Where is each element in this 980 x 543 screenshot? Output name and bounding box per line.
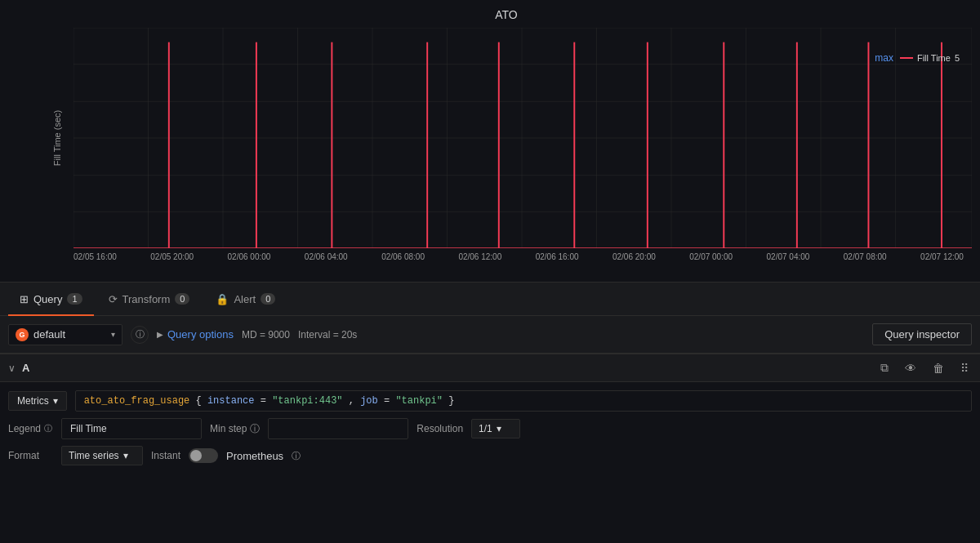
datasource-selector[interactable]: G default ▾ bbox=[8, 324, 122, 345]
x-axis-labels: 02/05 16:00 02/05 20:00 02/06 00:00 02/0… bbox=[41, 252, 972, 261]
metric-val2: "tankpi" bbox=[395, 395, 443, 407]
tab-alert[interactable]: 🔒 Alert 0 bbox=[204, 288, 287, 310]
x-label-6: 02/06 16:00 bbox=[536, 252, 579, 261]
query-a-drag-handle[interactable]: ⠿ bbox=[957, 360, 972, 376]
query-tab-label: Query bbox=[33, 293, 62, 305]
datasource-icon: G bbox=[16, 328, 29, 341]
transform-tab-icon: ⟳ bbox=[109, 293, 118, 305]
min-step-label: Min step ⓘ bbox=[210, 422, 260, 436]
query-a-panel: ∨ A ⧉ 👁 🗑 ⠿ Metrics ▾ ato_ato_frag_usage… bbox=[0, 354, 980, 480]
transform-tab-badge: 0 bbox=[175, 293, 189, 305]
resolution-value: 1/1 bbox=[479, 423, 492, 434]
time-series-chart: 0 1 2 3 4 5 6 bbox=[74, 28, 972, 248]
query-a-collapse-button[interactable]: ∨ bbox=[8, 363, 16, 374]
metric-key1: instance bbox=[207, 395, 255, 407]
metrics-dropdown-arrow: ▾ bbox=[53, 395, 58, 407]
instant-toggle[interactable] bbox=[189, 448, 218, 463]
metric-key2: job bbox=[360, 395, 378, 407]
instant-label: Instant bbox=[151, 450, 180, 461]
query-a-toggle-button[interactable]: 👁 bbox=[902, 360, 920, 376]
exemplars-datasource-label: Prometheus bbox=[226, 450, 283, 462]
transform-tab-label: Transform bbox=[122, 293, 171, 305]
exemplars-info-icon: ⓘ bbox=[292, 450, 301, 462]
query-options-bar: G default ▾ ⓘ ▶ Query options MD = 9000 … bbox=[0, 316, 980, 354]
min-step-input[interactable] bbox=[268, 418, 408, 439]
datasource-info-button[interactable]: ⓘ bbox=[131, 326, 149, 344]
metric-open-brace: { bbox=[196, 395, 202, 407]
format-selector[interactable]: Time series ▾ bbox=[61, 446, 143, 465]
query-options-toggle[interactable]: ▶ Query options bbox=[157, 328, 234, 340]
tabs-bar: ⊞ Query 1 ⟳ Transform 0 🔒 Alert 0 bbox=[0, 282, 980, 316]
query-options-interval: Interval = 20s bbox=[298, 329, 357, 340]
chart-title: ATO bbox=[41, 8, 972, 21]
query-a-delete-button[interactable]: 🗑 bbox=[929, 360, 947, 376]
format-instant-row: Format Time series ▾ Instant Prometheus … bbox=[8, 446, 972, 465]
metric-function-name: ato_ato_frag_usage bbox=[84, 395, 190, 407]
metric-val1: "tankpi:443" bbox=[272, 395, 342, 407]
chart-panel: ATO Fill Time (sec) max Fill Time 5 bbox=[0, 0, 980, 282]
y-axis-label: Fill Time (sec) bbox=[52, 110, 62, 166]
x-label-7: 02/06 20:00 bbox=[612, 252, 656, 261]
chart-legend: max Fill Time 5 bbox=[875, 52, 960, 64]
datasource-dropdown-arrow: ▾ bbox=[111, 330, 115, 339]
legend-max-label: max bbox=[875, 52, 893, 64]
alert-tab-label: Alert bbox=[234, 293, 256, 305]
query-a-header: ∨ A ⧉ 👁 🗑 ⠿ bbox=[0, 354, 980, 382]
tab-transform[interactable]: ⟳ Transform 0 bbox=[97, 288, 202, 310]
resolution-selector[interactable]: 1/1 ▾ bbox=[471, 419, 520, 438]
x-label-2: 02/06 00:00 bbox=[228, 252, 271, 261]
x-label-9: 02/07 04:00 bbox=[767, 252, 810, 261]
query-a-collapse-chevron: ∨ bbox=[8, 363, 16, 374]
legend-input[interactable] bbox=[61, 418, 202, 439]
legend-minstep-row: Legend ⓘ Min step ⓘ Resolution 1/1 ▾ bbox=[8, 418, 972, 439]
x-label-0: 02/05 16:00 bbox=[74, 252, 117, 261]
format-dropdown-arrow: ▾ bbox=[123, 450, 128, 461]
x-label-10: 02/07 08:00 bbox=[844, 252, 887, 261]
query-options-md: MD = 9000 bbox=[242, 329, 290, 340]
format-field-label: Format bbox=[8, 450, 53, 461]
legend-series-value: 5 bbox=[955, 53, 960, 63]
metrics-row: Metrics ▾ ato_ato_frag_usage { instance … bbox=[8, 390, 972, 412]
x-label-1: 02/05 20:00 bbox=[150, 252, 194, 261]
metrics-dropdown[interactable]: Metrics ▾ bbox=[8, 391, 67, 411]
legend-color-swatch bbox=[900, 57, 913, 59]
query-tab-icon: ⊞ bbox=[20, 293, 29, 305]
query-options-label: Query options bbox=[167, 328, 234, 340]
query-expression-input[interactable]: ato_ato_frag_usage { instance = "tankpi:… bbox=[75, 390, 972, 412]
query-tab-badge: 1 bbox=[67, 293, 82, 305]
query-inspector-button[interactable]: Query inspector bbox=[872, 323, 972, 345]
datasource-name: default bbox=[33, 328, 106, 340]
query-a-actions: ⧉ 👁 🗑 ⠿ bbox=[877, 359, 972, 376]
query-a-label: A bbox=[22, 362, 29, 374]
x-label-11: 02/07 12:00 bbox=[920, 252, 964, 261]
legend-info-icon: ⓘ bbox=[44, 423, 52, 434]
alert-tab-icon: 🔒 bbox=[216, 293, 229, 305]
query-a-duplicate-button[interactable]: ⧉ bbox=[877, 359, 892, 376]
query-a-body: Metrics ▾ ato_ato_frag_usage { instance … bbox=[0, 382, 980, 480]
tab-query[interactable]: ⊞ Query 1 bbox=[8, 288, 94, 310]
x-label-3: 02/06 04:00 bbox=[305, 252, 348, 261]
x-label-8: 02/07 00:00 bbox=[689, 252, 733, 261]
legend-series-name: Fill Time bbox=[917, 53, 951, 63]
format-value: Time series bbox=[69, 450, 119, 461]
min-step-info-icon: ⓘ bbox=[250, 422, 260, 436]
x-label-4: 02/06 08:00 bbox=[381, 252, 425, 261]
resolution-dropdown-arrow: ▾ bbox=[497, 423, 501, 434]
alert-tab-badge: 0 bbox=[261, 293, 275, 305]
resolution-label: Resolution bbox=[416, 423, 463, 434]
metrics-label: Metrics bbox=[17, 395, 49, 407]
query-options-chevron: ▶ bbox=[157, 330, 163, 339]
toggle-knob bbox=[190, 450, 202, 461]
legend-field-label: Legend ⓘ bbox=[8, 423, 53, 434]
x-label-5: 02/06 12:00 bbox=[458, 252, 501, 261]
